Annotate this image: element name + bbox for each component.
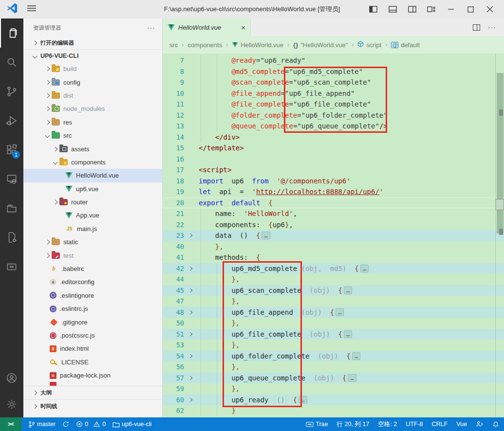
tree-item-helloworld.vue[interactable]: HelloWorld.vue — [23, 169, 162, 182]
code-line-47[interactable]: 47}, — [163, 296, 504, 307]
explorer-more-actions-icon[interactable]: ··· — [147, 24, 155, 32]
trae-item[interactable]: Trae — [306, 421, 328, 428]
code-line-40[interactable]: 40}, — [163, 241, 504, 252]
open-editors-section[interactable]: 打开的编辑器 — [23, 37, 162, 50]
code-line-41[interactable]: 41methods: { — [163, 252, 504, 263]
maximize-button[interactable] — [464, 3, 477, 16]
eol-item[interactable]: CRLF — [432, 421, 448, 428]
code-line-18[interactable]: 18import up6 from '@/components/up6' — [163, 176, 504, 187]
code-line-48[interactable]: 48up6_file_append (obj) {… — [163, 307, 504, 318]
code-line-56[interactable]: 56}, — [163, 361, 504, 373]
notifications-item[interactable] — [492, 421, 499, 428]
tree-item-main.js[interactable]: JSmain.js — [23, 222, 162, 235]
code-line-13[interactable]: 13@queue_complete="up6_queue_complete"/> — [163, 121, 504, 132]
tree-item-index.html[interactable]: 5index.html — [23, 342, 162, 355]
tree-item-router[interactable]: router — [23, 196, 162, 209]
code-line-20[interactable]: 20export default { — [163, 198, 504, 209]
chevron-right-icon[interactable] — [43, 94, 52, 97]
chevron-right-icon[interactable] — [43, 81, 52, 84]
search-icon[interactable] — [0, 48, 23, 77]
tree-item-app.vue[interactable]: App.vue — [23, 209, 162, 222]
fold-chevron-icon[interactable] — [184, 377, 197, 379]
fold-chevron-icon[interactable] — [184, 398, 197, 401]
split-editor-icon[interactable] — [473, 24, 480, 31]
tree-item-.eslintignore[interactable]: .eslintignore — [23, 289, 162, 302]
fold-chevron-icon[interactable] — [184, 333, 197, 336]
layout-sidebar-left-icon[interactable] — [367, 3, 379, 16]
chevron-right-icon[interactable] — [43, 121, 52, 124]
tree-item-node-modules[interactable]: node_modules — [23, 102, 162, 115]
breadcrumb-default[interactable]: @ default — [391, 41, 420, 49]
settings-gear-icon[interactable] — [0, 391, 23, 417]
tab-helloworld-vue[interactable]: HelloWorld.vue × — [163, 18, 251, 36]
chevron-right-icon[interactable] — [43, 240, 52, 244]
fold-chevron-icon[interactable] — [184, 267, 197, 270]
code-line-9[interactable]: 9@scan_complete="up6_scan_complete" — [163, 77, 504, 88]
tree-item-.gitignore[interactable]: .gitignore — [23, 315, 162, 328]
code-line-22[interactable]: 22components: {up6}, — [163, 219, 504, 231]
chevron-right-icon[interactable] — [43, 67, 52, 71]
tree-item-.postcssrc.js[interactable]: .postcssrc.js — [23, 329, 162, 342]
encoding-item[interactable]: UTF-8 — [406, 421, 423, 428]
code-line-21[interactable]: 21name: 'HelloWorld', — [163, 208, 504, 219]
indentation-item[interactable]: 空格: 2 — [378, 420, 397, 429]
minimize-button[interactable] — [445, 3, 457, 16]
layout-panel-icon[interactable] — [386, 3, 399, 16]
code-line-51[interactable]: 51up6_file_complete (obj) {… — [163, 329, 504, 340]
workspace-item[interactable]: up6-vue-cli — [112, 421, 151, 428]
code-line-42[interactable]: 42up6_md5_complete (obj, md5) {… — [163, 263, 504, 274]
tree-item-src[interactable]: src — [23, 129, 162, 142]
timeline-section[interactable]: 时间线 — [23, 399, 162, 413]
problems-item[interactable]: 0 0 — [76, 421, 106, 428]
code-line-44[interactable]: 44}, — [163, 274, 504, 285]
code-line-7[interactable]: 7@ready="up6_ready" — [163, 55, 504, 66]
breadcrumb-script[interactable]: script — [357, 41, 381, 49]
git-branch-item[interactable]: master — [28, 421, 56, 428]
accessibility-item[interactable] — [476, 421, 484, 428]
menu-icon[interactable] — [27, 5, 36, 14]
account-icon[interactable] — [0, 365, 23, 391]
code-line-60[interactable]: 60up6_ready () {… — [163, 395, 504, 406]
file-settings-icon[interactable] — [0, 223, 23, 252]
run-debug-icon[interactable] — [0, 106, 23, 135]
code-line-14[interactable]: 14</div> — [163, 132, 504, 143]
cursor-position-item[interactable]: 行 20, 列 17 — [337, 420, 370, 429]
code-line-15[interactable]: 15</template> — [163, 143, 504, 154]
fold-chevron-icon[interactable] — [184, 289, 197, 292]
fold-chevron-icon[interactable] — [184, 355, 197, 358]
chevron-right-icon[interactable] — [43, 254, 52, 257]
chevron-right-icon[interactable] — [51, 200, 59, 204]
code-line-10[interactable]: 10@file_append="up6_file_append" — [163, 88, 504, 99]
explorer-icon[interactable] — [0, 18, 23, 48]
tab-close-icon[interactable]: × — [241, 23, 245, 32]
breadcrumb-file[interactable]: HelloWorld.vue — [232, 41, 283, 49]
project-root-row[interactable]: UP6-VUE-CLI — [23, 50, 162, 62]
chevron-down-icon[interactable] — [51, 161, 59, 164]
tree-item-package-lock.json[interactable]: npackage-lock.json — [23, 369, 162, 382]
language-mode-item[interactable]: Vue — [456, 421, 467, 428]
chevron-right-icon[interactable] — [43, 107, 52, 110]
code-line-8[interactable]: 8@md5_complete="up6_md5_complete" — [163, 66, 504, 77]
code-editor[interactable]: 7@ready="up6_ready"8@md5_complete="up6_m… — [163, 54, 504, 417]
layout-sidebar-right-icon[interactable] — [406, 3, 418, 16]
remote-explorer-icon[interactable] — [0, 164, 23, 194]
code-line-54[interactable]: 54up6_folder_complete (obj) {… — [163, 351, 504, 362]
code-line-11[interactable]: 11@file_complete="up6_file_complete" — [163, 99, 504, 110]
tree-item-test[interactable]: test — [23, 249, 162, 262]
code-line-50[interactable]: 50}, — [163, 318, 504, 329]
code-line-53[interactable]: 53}, — [163, 340, 504, 351]
breadcrumb-template-symbol[interactable]: {} "HelloWorld.vue" — [293, 41, 348, 49]
outline-section[interactable]: 大纲 — [23, 386, 162, 399]
tree-item-dist[interactable]: dist — [23, 89, 162, 102]
tree-item-assets[interactable]: assets — [23, 142, 162, 155]
tree-item-res[interactable]: res — [23, 116, 162, 129]
code-line-59[interactable]: 59}, — [163, 383, 504, 395]
sync-item[interactable] — [62, 421, 69, 428]
tree-item-.editorconfig[interactable]: e.editorconfig — [23, 275, 162, 288]
fold-chevron-icon[interactable] — [184, 234, 197, 237]
tree-item-.eslintrc.js[interactable]: .eslintrc.js — [23, 302, 162, 315]
source-control-icon[interactable] — [0, 77, 23, 106]
code-line-57[interactable]: 57up6_queue_complete (obj) {… — [163, 373, 504, 384]
code-line-45[interactable]: 45up6_scan_complete (obj) {… — [163, 285, 504, 296]
code-line-19[interactable]: 19let api = 'http://localhost:8888/api/u… — [163, 186, 504, 198]
